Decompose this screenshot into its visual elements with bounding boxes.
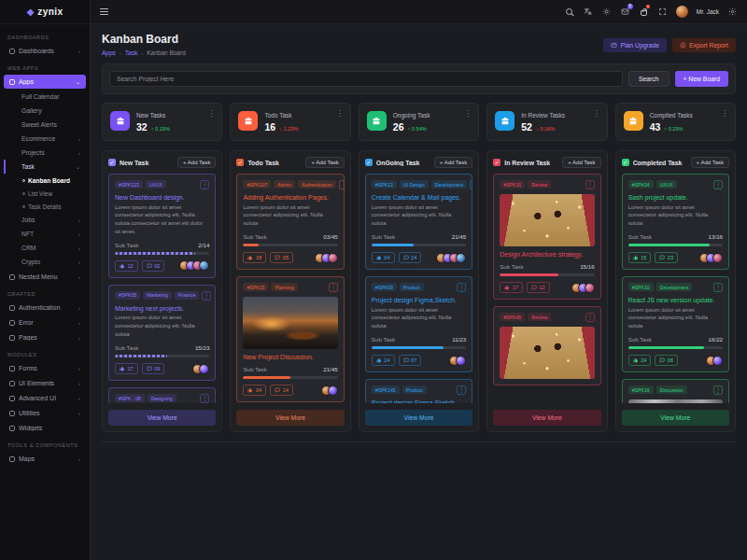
avatar[interactable]: [712, 253, 723, 263]
plan-upgrade-button[interactable]: Plan Upgrade: [603, 38, 667, 52]
card-title[interactable]: Sash project update.: [628, 194, 723, 201]
sidebar-item-error[interactable]: Error ›: [4, 315, 86, 329]
task-card[interactable]: #SPK09Product⋮ Project design Figma,Sket…: [365, 276, 472, 372]
sidebar-item-projects[interactable]: Projects ›: [4, 146, 86, 160]
comments-chip[interactable]: 05: [270, 252, 293, 263]
sidebar-item-ui-elements[interactable]: UI Elements ›: [4, 376, 86, 390]
kebab-menu-icon[interactable]: ⋮: [585, 180, 595, 189]
card-title[interactable]: Design Architecture strategy.: [500, 251, 594, 258]
kebab-menu-icon[interactable]: ⋮: [470, 180, 472, 189]
settings-gear-icon[interactable]: [727, 7, 738, 17]
search-project-input[interactable]: [109, 71, 623, 87]
view-more-button[interactable]: View More: [236, 410, 344, 426]
kebab-menu-icon[interactable]: ⋮: [202, 291, 211, 301]
sidebar-item-maps[interactable]: Maps ›: [4, 452, 86, 466]
likes-chip[interactable]: 04: [243, 385, 266, 396]
comments-chip[interactable]: 14: [399, 252, 422, 263]
task-card[interactable]: #SPK13UI DesignDevelopment⋮ Create Calen…: [365, 174, 472, 270]
kebab-menu-icon[interactable]: ⋮: [329, 283, 338, 292]
search-button[interactable]: Search: [628, 71, 669, 87]
comments-chip[interactable]: 23: [655, 252, 678, 263]
export-report-button[interactable]: Export Report: [672, 38, 736, 52]
task-card[interactable]: #SPK10Development⋮ React JS new version …: [622, 276, 729, 372]
sidebar-item-pages[interactable]: Pages ›: [4, 330, 86, 344]
sidebar-item-widgets[interactable]: Widgets ›: [4, 421, 86, 435]
avatar[interactable]: [712, 356, 723, 366]
card-title[interactable]: New Project Discussion.: [243, 354, 337, 360]
column-checkbox-icon[interactable]: ✓: [365, 159, 373, 166]
likes-chip[interactable]: 17: [115, 363, 138, 374]
likes-chip[interactable]: 24: [628, 355, 652, 366]
messages-icon[interactable]: 5: [620, 7, 630, 17]
kebab-menu-icon[interactable]: ⋮: [721, 110, 728, 118]
card-title[interactable]: Project design Figma,Sketch.: [372, 297, 466, 303]
card-title[interactable]: React JS new version update.: [628, 297, 723, 303]
avatar[interactable]: [456, 253, 466, 263]
kebab-menu-icon[interactable]: ⋮: [713, 385, 723, 395]
comments-chip[interactable]: 09: [142, 363, 165, 374]
task-card[interactable]: #SPK15Planning⋮ New Project Discussion.S…: [236, 276, 344, 402]
card-title[interactable]: Adding Authentication Pages.: [243, 194, 337, 201]
kebab-menu-icon[interactable]: ⋮: [200, 180, 209, 189]
comments-chip[interactable]: 06: [655, 355, 678, 366]
comments-chip[interactable]: 14: [270, 385, 293, 396]
kebab-menu-icon[interactable]: ⋮: [457, 385, 466, 395]
user-name[interactable]: Mr. Jack: [697, 8, 719, 15]
add-task-button[interactable]: + Add Task: [691, 157, 729, 168]
add-task-button[interactable]: + Add Task: [562, 157, 600, 168]
sidebar-item-jobs[interactable]: Jobs ›: [4, 213, 86, 227]
sidebar-item-gallery[interactable]: Gallery ›: [4, 104, 86, 118]
breadcrumb-task[interactable]: Task: [125, 49, 137, 56]
comments-chip[interactable]: 12: [527, 282, 550, 293]
likes-chip[interactable]: 17: [500, 282, 523, 293]
sidebar-item-sweet-alerts[interactable]: Sweet Alerts ›: [4, 118, 86, 132]
kebab-menu-icon[interactable]: ⋮: [585, 313, 595, 322]
sidebar-item-crm[interactable]: CRM ›: [4, 241, 86, 255]
sidebar-item-dashboards[interactable]: Dashboards ›: [4, 44, 86, 58]
sidebar-item-nested-menu[interactable]: Nested Menu ›: [4, 270, 86, 284]
column-checkbox-icon[interactable]: ✓: [108, 159, 116, 166]
kebab-menu-icon[interactable]: ⋮: [713, 180, 723, 189]
add-task-button[interactable]: + Add Task: [305, 157, 344, 168]
column-checkbox-icon[interactable]: ✓: [493, 159, 500, 166]
sidebar-item-ecommerce[interactable]: Ecommerce ›: [4, 132, 86, 146]
task-card[interactable]: #SPK107AdminAuthentication⋮ Adding Authe…: [236, 174, 344, 270]
likes-chip[interactable]: 18: [243, 252, 266, 263]
card-title[interactable]: Project design Figma Sketch.: [372, 399, 466, 403]
kebab-menu-icon[interactable]: ⋮: [207, 110, 215, 118]
user-avatar[interactable]: [676, 6, 688, 18]
search-icon[interactable]: [564, 7, 574, 17]
avatar[interactable]: [199, 364, 209, 374]
kebab-menu-icon[interactable]: ⋮: [713, 283, 723, 292]
sidebar-item-advanced-ui[interactable]: Advanced UI ›: [4, 391, 86, 405]
sidebar-item-forms[interactable]: Forms ›: [4, 361, 86, 375]
avatar[interactable]: [328, 253, 338, 263]
likes-chip[interactable]: 15: [628, 252, 652, 263]
sidebar-item-kanban-board[interactable]: Kanban Board: [0, 174, 90, 187]
task-card[interactable]: #SPK45Review⋮: [493, 306, 600, 385]
sidebar-item-full-calendar[interactable]: Full Calendar ›: [4, 90, 86, 104]
view-more-button[interactable]: View More: [493, 410, 600, 426]
sidebar-item-crypto[interactable]: Crypto ›: [4, 255, 86, 269]
task-card[interactable]: #SPK05MarketingFinance⋮ Marketing next p…: [108, 285, 216, 381]
add-task-button[interactable]: + Add Task: [177, 157, 216, 168]
avatar[interactable]: [328, 385, 338, 396]
column-checkbox-icon[interactable]: ✓: [236, 159, 244, 166]
brand-logo[interactable]: ◆ zynix: [0, 0, 90, 24]
task-card[interactable]: #SPK145Product⋮ Project design Figma Ske…: [365, 379, 472, 403]
avatar[interactable]: [585, 283, 595, 293]
sidebar-item-apps[interactable]: Apps ⌄: [4, 75, 86, 89]
sidebar-item-task[interactable]: Task ⌄: [4, 160, 86, 174]
column-checkbox-icon[interactable]: ✓: [622, 159, 629, 166]
cart-icon[interactable]: [639, 7, 649, 17]
add-task-button[interactable]: + Add Task: [434, 157, 472, 168]
avatar[interactable]: [456, 356, 466, 366]
view-more-button[interactable]: View More: [365, 410, 472, 426]
view-more-button[interactable]: View More: [622, 410, 729, 426]
theme-sun-icon[interactable]: [601, 7, 612, 17]
card-title[interactable]: New Dashboard design.: [115, 194, 209, 201]
kebab-menu-icon[interactable]: ⋮: [593, 110, 600, 118]
card-title[interactable]: Marketing next projects.: [115, 305, 209, 312]
view-more-button[interactable]: View More: [108, 410, 216, 426]
sidebar-item-list-view[interactable]: List View: [0, 187, 90, 200]
